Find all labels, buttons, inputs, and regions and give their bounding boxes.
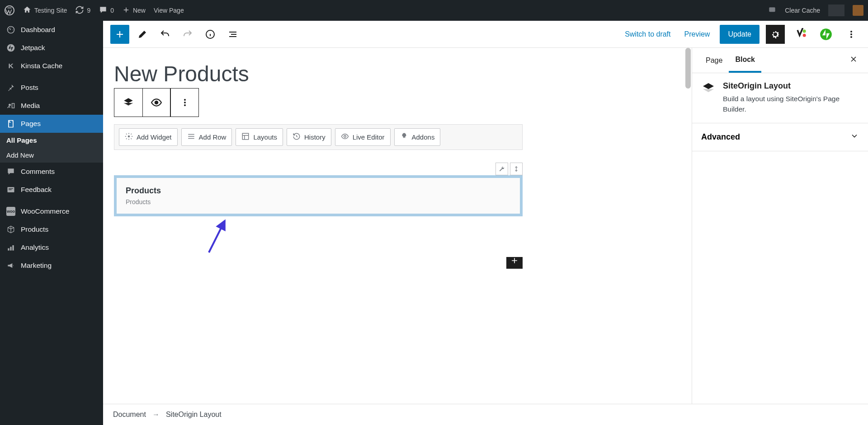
- svg-rect-7: [8, 248, 9, 251]
- kinsta-icon: K: [6, 61, 15, 70]
- svg-point-4: [9, 104, 11, 106]
- megaphone-icon: [6, 261, 15, 270]
- button-label: Layouts: [253, 133, 277, 141]
- site-home[interactable]: Testing Site: [23, 5, 67, 16]
- preview-button[interactable]: Preview: [681, 27, 714, 42]
- svg-point-12: [803, 33, 806, 37]
- sidebar-item-kinsta[interactable]: K Kinsta Cache: [0, 57, 103, 75]
- new-label: New: [133, 7, 146, 14]
- breadcrumb-block[interactable]: SiteOrigin Layout: [166, 411, 222, 419]
- tools-button[interactable]: [133, 25, 152, 44]
- svg-point-19: [184, 102, 186, 103]
- user-avatar[interactable]: [853, 5, 863, 16]
- updates[interactable]: 9: [75, 5, 90, 16]
- svg-point-23: [344, 135, 346, 138]
- add-widget-button[interactable]: Add Widget: [119, 128, 178, 146]
- row-actions: [114, 163, 523, 175]
- admin-bar: Testing Site 9 0 New View Page Clear Cac…: [0, 0, 868, 21]
- media-icon: [6, 101, 15, 110]
- add-row-button[interactable]: Add Row: [181, 128, 232, 146]
- jetpack-button[interactable]: [816, 25, 835, 44]
- sidebar-item-label: Comments: [21, 168, 55, 176]
- products-icon: [6, 225, 15, 234]
- admin-sidebar: Dashboard Jetpack K Kinsta Cache Posts M…: [0, 21, 103, 425]
- jetpack-icon: [820, 28, 832, 41]
- sidebar-item-label: Marketing: [21, 262, 52, 270]
- wp-logo[interactable]: [5, 5, 14, 15]
- preview-mode-button[interactable]: [142, 89, 170, 117]
- breadcrumb-document[interactable]: Document: [113, 411, 146, 419]
- row-move-button[interactable]: [510, 163, 523, 175]
- close-settings-button[interactable]: [846, 53, 861, 68]
- redo-icon: [182, 29, 193, 40]
- history-button[interactable]: History: [287, 128, 331, 146]
- search[interactable]: [828, 5, 844, 16]
- update-button[interactable]: Update: [720, 25, 760, 44]
- yoast-button[interactable]: [791, 25, 810, 44]
- sidebar-item-analytics[interactable]: Analytics: [0, 238, 103, 257]
- site-name: Testing Site: [34, 7, 67, 14]
- widget-row[interactable]: Products Products: [114, 175, 523, 216]
- close-icon: [849, 55, 858, 64]
- more-vertical-icon: [846, 29, 857, 40]
- sidebar-item-posts[interactable]: Posts: [0, 79, 103, 97]
- svg-rect-8: [10, 247, 11, 250]
- sidebar-item-pages[interactable]: Pages: [0, 115, 103, 133]
- scrollbar[interactable]: [685, 48, 691, 404]
- sidebar-item-products[interactable]: Products: [0, 220, 103, 238]
- block-more-button[interactable]: [170, 89, 198, 117]
- sidebar-item-media[interactable]: Media: [0, 97, 103, 115]
- switch-to-draft-button[interactable]: Switch to draft: [621, 27, 674, 42]
- comments[interactable]: 0: [99, 5, 114, 16]
- advanced-label: Advanced: [701, 132, 740, 142]
- bell-icon: [768, 5, 777, 16]
- add-block-button[interactable]: [506, 257, 523, 269]
- plus-icon: [114, 29, 125, 40]
- tab-block[interactable]: Block: [729, 48, 761, 73]
- clear-cache[interactable]: Clear Cache: [785, 7, 820, 14]
- notifications[interactable]: [768, 5, 777, 16]
- page-title-input[interactable]: New Products: [114, 61, 523, 86]
- gear-icon: [770, 29, 781, 40]
- layers-icon: [701, 81, 716, 115]
- addons-button[interactable]: Addons: [394, 128, 441, 146]
- tab-page[interactable]: Page: [699, 49, 729, 72]
- editor-toolbar: Switch to draft Preview Update: [103, 21, 868, 48]
- sidebar-item-feedback[interactable]: Feedback: [0, 181, 103, 199]
- sidebar-item-label: Feedback: [21, 186, 52, 194]
- undo-icon: [160, 29, 170, 40]
- sidebar-item-label: Pages: [21, 120, 41, 128]
- sidebar-submenu-pages: All Pages Add New: [0, 133, 103, 163]
- insert-block-button[interactable]: [110, 25, 129, 44]
- sidebar-item-woocommerce[interactable]: woo WooCommerce: [0, 202, 103, 220]
- sidebar-item-marketing[interactable]: Marketing: [0, 257, 103, 275]
- settings-toggle-button[interactable]: [766, 25, 785, 44]
- block-type-button[interactable]: [114, 89, 142, 117]
- view-page[interactable]: View Page: [154, 7, 184, 14]
- block-card: SiteOrigin Layout Build a layout using S…: [692, 73, 868, 123]
- info-button[interactable]: [201, 25, 220, 44]
- undo-button[interactable]: [156, 25, 175, 44]
- new-content[interactable]: New: [122, 6, 146, 15]
- sidebar-sub-add-new[interactable]: Add New: [0, 148, 103, 163]
- sidebar-item-comments[interactable]: Comments: [0, 163, 103, 181]
- live-editor-button[interactable]: Live Editor: [335, 128, 391, 146]
- button-label: Addons: [412, 133, 435, 141]
- pages-icon: [6, 119, 15, 128]
- advanced-panel-toggle[interactable]: Advanced: [692, 123, 868, 151]
- sidebar-item-jetpack[interactable]: Jetpack: [0, 39, 103, 57]
- editor-canvas[interactable]: New Products: [103, 48, 692, 404]
- layouts-button[interactable]: Layouts: [236, 128, 283, 146]
- sidebar-item-label: Dashboard: [21, 26, 55, 34]
- rows-icon: [187, 132, 195, 142]
- redo-button[interactable]: [178, 25, 197, 44]
- outline-button[interactable]: [223, 25, 242, 44]
- editor-main: Switch to draft Preview Update: [103, 21, 868, 425]
- jetpack-icon: [6, 43, 15, 52]
- sidebar-item-label: Posts: [21, 84, 38, 92]
- sidebar-item-dashboard[interactable]: Dashboard: [0, 21, 103, 39]
- more-options-button[interactable]: [842, 25, 861, 44]
- row-edit-button[interactable]: [495, 163, 508, 175]
- svg-point-18: [184, 99, 186, 101]
- sidebar-sub-all-pages[interactable]: All Pages: [0, 133, 103, 148]
